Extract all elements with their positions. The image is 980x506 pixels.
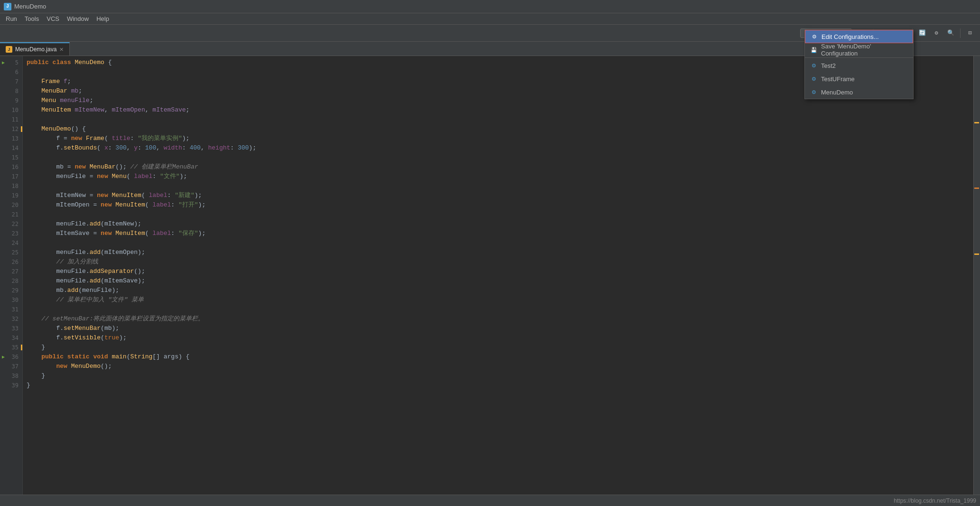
- line-num-15: 15: [0, 153, 22, 162]
- line-num-28: 28: [0, 276, 22, 286]
- code-line-39: }: [23, 381, 973, 390]
- dropdown-item-testUFrame[interactable]: ⚙ TestUFrame: [805, 72, 913, 85]
- dropdown-item-edit-config[interactable]: ⚙ Edit Configurations...: [805, 30, 913, 43]
- line-num-19: 19: [0, 191, 22, 200]
- tab-menudemo-java[interactable]: J MenuDemo.java ✕: [0, 42, 70, 56]
- line-num-9: 9: [0, 96, 22, 105]
- line-num-16: 16: [0, 162, 22, 172]
- code-line-26: // 加入分割线: [23, 257, 973, 267]
- code-line-31: [23, 305, 973, 314]
- app-icon: J: [4, 3, 11, 10]
- testUFrame-icon: ⚙: [811, 75, 817, 82]
- line-num-33: 33: [0, 324, 22, 333]
- scroll-marker-1: [974, 122, 979, 123]
- dropdown-item-menuDemo[interactable]: ⚙ MenuDemo: [805, 85, 913, 99]
- code-line-24: [23, 238, 973, 248]
- edit-config-icon: ⚙: [811, 33, 818, 40]
- code-line-36: public static void main(String[] args) {: [23, 352, 973, 362]
- code-line-20: mItemOpen = new MenuItem( label: "打开");: [23, 200, 973, 210]
- line-num-29: 29: [0, 286, 22, 295]
- status-url: https://blog.csdn.net/Trista_1999: [894, 497, 976, 504]
- line-num-8: 8: [0, 86, 22, 96]
- dropdown-item-test2[interactable]: ⚙ Test2: [805, 59, 913, 72]
- code-line-27: menuFile.addSeparator();: [23, 267, 973, 276]
- code-line-33: f.setMenuBar(mb);: [23, 324, 973, 333]
- menuDemo-icon: ⚙: [811, 89, 817, 95]
- code-line-15: [23, 153, 973, 162]
- line-num-20: 20: [0, 200, 22, 210]
- line-num-27: 27: [0, 267, 22, 276]
- code-line-16: mb = new MenuBar(); // 创建菜单栏MenuBar: [23, 162, 973, 172]
- line-num-5: 5: [0, 58, 22, 67]
- line-num-12: 12: [0, 124, 22, 134]
- line-num-25: 25: [0, 248, 22, 257]
- tab-label: MenuDemo.java: [15, 46, 56, 53]
- dropdown-item-edit-config-label: Edit Configurations...: [821, 33, 879, 40]
- line-num-34: 34: [0, 333, 22, 343]
- dropdown-separator: [805, 57, 913, 58]
- line-num-13: 13: [0, 134, 22, 143]
- code-line-29: mb.add(menuFile);: [23, 286, 973, 295]
- dropdown-item-testUFrame-label: TestUFrame: [821, 75, 855, 83]
- dropdown-item-menuDemo-label: MenuDemo: [821, 89, 853, 96]
- title-bar: J MenuDemo: [0, 0, 980, 13]
- line-num-22: 22: [0, 219, 22, 229]
- update-button[interactable]: 🔄: [916, 27, 928, 39]
- line-num-39: 39: [0, 381, 22, 390]
- menu-window[interactable]: Window: [63, 14, 93, 23]
- line-num-36: 36: [0, 352, 22, 362]
- dropdown-item-save-config[interactable]: 💾 Save 'MenuDemo' Configuration: [805, 43, 913, 56]
- scroll-marker-3: [974, 253, 979, 255]
- code-line-38: }: [23, 371, 973, 381]
- window-title: MenuDemo: [14, 3, 46, 10]
- line-num-32: 32: [0, 314, 22, 324]
- line-num-14: 14: [0, 143, 22, 153]
- line-num-18: 18: [0, 181, 22, 191]
- code-line-25: menuFile.add(mItemOpen);: [23, 248, 973, 257]
- code-line-23: mItemSave = new MenuItem( label: "保存");: [23, 229, 973, 238]
- line-num-6: 6: [0, 67, 22, 77]
- line-num-7: 7: [0, 77, 22, 86]
- layout-button[interactable]: ⊡: [964, 27, 976, 39]
- code-line-32: // setMenuBar:将此面体的菜单栏设置为指定的菜单栏。: [23, 314, 973, 324]
- menu-bar: Run Tools VCS Window Help: [0, 13, 980, 25]
- code-line-10: MenuItem mItemNew, mItemOpen, mItemSave;: [23, 105, 973, 115]
- code-line-13: f = new Frame( title: "我的菜单实例");: [23, 134, 973, 143]
- code-line-37: new MenuDemo();: [23, 362, 973, 371]
- menu-help[interactable]: Help: [93, 14, 113, 23]
- save-config-icon: 💾: [811, 47, 817, 53]
- menu-vcs[interactable]: VCS: [43, 14, 63, 23]
- code-line-11: [23, 115, 973, 124]
- toolbar-separator-2: [960, 28, 961, 38]
- search-button[interactable]: 🔍: [944, 27, 957, 39]
- line-num-23: 23: [0, 229, 22, 238]
- dropdown-item-save-config-label: Save 'MenuDemo' Configuration: [821, 43, 907, 57]
- right-scrollbar[interactable]: [973, 56, 980, 495]
- line-number-gutter: 5678910111213141516171819202122232425262…: [0, 56, 23, 495]
- test2-icon: ⚙: [811, 62, 817, 69]
- code-editor[interactable]: public class MenuDemo { Frame f; MenuBar…: [23, 56, 973, 495]
- tab-close-button[interactable]: ✕: [59, 47, 64, 53]
- menu-tools[interactable]: Tools: [21, 14, 43, 23]
- code-line-18: [23, 181, 973, 191]
- line-num-24: 24: [0, 238, 22, 248]
- scroll-marker-2: [974, 187, 979, 189]
- line-num-35: 35: [0, 343, 22, 352]
- code-line-30: // 菜单栏中加入 "文件" 菜单: [23, 295, 973, 305]
- line-num-30: 30: [0, 295, 22, 305]
- code-line-17: menuFile = new Menu( label: "文件");: [23, 172, 973, 181]
- line-num-10: 10: [0, 105, 22, 115]
- line-num-38: 38: [0, 371, 22, 381]
- line-num-11: 11: [0, 115, 22, 124]
- menu-run[interactable]: Run: [2, 14, 21, 23]
- dropdown-item-test2-label: Test2: [821, 62, 836, 69]
- line-num-26: 26: [0, 257, 22, 267]
- line-num-21: 21: [0, 210, 22, 219]
- code-line-22: menuFile.add(mItemNew);: [23, 219, 973, 229]
- code-line-35: }: [23, 343, 973, 352]
- line-num-37: 37: [0, 362, 22, 371]
- line-num-17: 17: [0, 172, 22, 181]
- settings-button[interactable]: ⚙: [930, 27, 943, 39]
- java-file-icon: J: [6, 46, 12, 53]
- code-line-19: mItemNew = new MenuItem( label: "新建");: [23, 191, 973, 200]
